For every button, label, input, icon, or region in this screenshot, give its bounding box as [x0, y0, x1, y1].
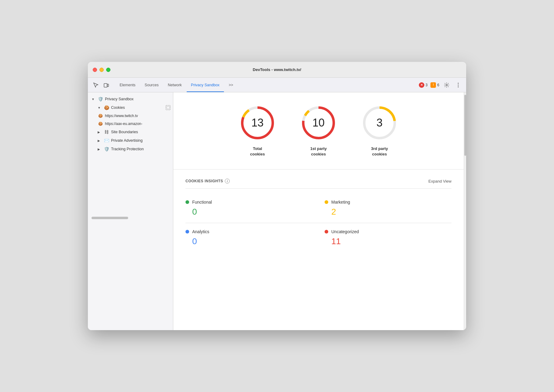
- marketing-value: 2: [325, 207, 451, 217]
- expand-arrow: ▼: [92, 98, 96, 101]
- expand-view-button[interactable]: Expand View: [428, 179, 451, 184]
- sidebar-label-cookies: Cookies: [111, 105, 164, 110]
- sidebar-label-amazon: https://aax-eu.amazon-: [105, 122, 142, 126]
- titlebar: DevTools - www.twitch.tv/: [88, 62, 466, 78]
- svg-point-5: [458, 86, 459, 87]
- warning-badge[interactable]: ! 6: [430, 82, 439, 88]
- functional-value: 0: [185, 207, 306, 217]
- analytics-label: Analytics: [185, 229, 306, 234]
- first-party-label: 1st party cookies: [310, 146, 327, 157]
- traffic-lights: [93, 68, 110, 72]
- device-toggle-icon[interactable]: [102, 81, 110, 89]
- sidebar-label-private-advertising: Private Advertising: [111, 138, 143, 143]
- insights-divider: [185, 188, 451, 189]
- privacy-sandbox-icon: 🛡️: [98, 96, 103, 102]
- error-count: 3: [426, 83, 428, 87]
- toolbar-icons: [92, 81, 110, 89]
- sidebar-item-private-advertising[interactable]: ▶ ✉️ Private Advertising: [88, 136, 173, 145]
- uncategorized-dot: [325, 230, 328, 233]
- window-title: DevTools - www.twitch.tv/: [253, 67, 301, 72]
- sidebar-item-twitch[interactable]: 🍪 https://www.twitch.tv: [88, 112, 173, 120]
- insight-uncategorized: Uncategorized 11: [318, 223, 451, 252]
- sidebar-bottom: [88, 153, 173, 226]
- svg-rect-6: [167, 106, 170, 109]
- toolbar: Elements Sources Network Privacy Sandbox…: [88, 78, 466, 92]
- tracking-protection-icon: 🛡️: [104, 146, 109, 152]
- twitch-cookie-icon: 🍪: [98, 113, 103, 119]
- maximize-button[interactable]: [106, 68, 110, 72]
- analytics-dot: [185, 230, 189, 233]
- total-cookies-value: 13: [251, 116, 264, 129]
- sidebar-item-site-boundaries[interactable]: ▶ ⛓ Site Boundaries: [88, 128, 173, 136]
- uncategorized-label: Uncategorized: [325, 229, 451, 234]
- error-badge[interactable]: ✕ 3: [419, 82, 428, 88]
- cookies-expand-arrow: ▼: [98, 106, 102, 109]
- svg-point-4: [458, 84, 459, 85]
- warning-count: 6: [437, 83, 439, 87]
- main-content: ▼ 🛡️ Privacy Sandbox ▼ 🍪 Cookies 🍪 https…: [88, 92, 466, 330]
- marketing-dot: [325, 200, 328, 204]
- info-icon[interactable]: i: [225, 179, 230, 184]
- stat-total-cookies: 13 Total cookies: [239, 105, 276, 157]
- insight-functional: Functional 0: [185, 194, 318, 223]
- third-party-label: 3rd party cookies: [371, 146, 388, 157]
- sidebar-label-site-boundaries: Site Boundaries: [111, 130, 138, 134]
- functional-label: Functional: [185, 200, 306, 205]
- scrollbar-thumb[interactable]: [92, 217, 128, 219]
- sidebar-item-privacy-sandbox[interactable]: ▼ 🛡️ Privacy Sandbox: [88, 95, 173, 103]
- uncategorized-value: 11: [325, 237, 451, 246]
- settings-button[interactable]: [442, 81, 451, 89]
- svg-point-2: [446, 84, 448, 86]
- sidebar-label-tracking-protection: Tracking Protection: [111, 147, 144, 151]
- close-button[interactable]: [93, 68, 97, 72]
- insights-header: COOKIES INSIGHTS i Expand View: [185, 179, 451, 184]
- amazon-cookie-icon: 🍪: [98, 121, 103, 127]
- right-scrollbar-thumb[interactable]: [464, 95, 466, 156]
- error-icon: ✕: [419, 82, 424, 88]
- private-advertising-icon: ✉️: [104, 138, 109, 143]
- svg-rect-1: [107, 84, 109, 87]
- minimize-button[interactable]: [99, 68, 104, 72]
- total-cookies-ring: 13: [239, 105, 276, 141]
- sidebar-label-privacy-sandbox: Privacy Sandbox: [105, 97, 134, 101]
- private-advertising-arrow: ▶: [98, 139, 102, 142]
- right-scrollbar: [464, 92, 466, 330]
- third-party-value: 3: [376, 116, 383, 129]
- third-party-ring: 3: [361, 105, 398, 141]
- select-element-icon[interactable]: [92, 81, 100, 89]
- tab-privacy-sandbox[interactable]: Privacy Sandbox: [187, 78, 224, 92]
- toolbar-actions: ✕ 3 ! 6: [419, 81, 462, 89]
- insight-marketing: Marketing 2: [318, 194, 451, 223]
- insight-analytics: Analytics 0: [185, 223, 318, 252]
- tab-network[interactable]: Network: [164, 78, 186, 92]
- tab-elements[interactable]: Elements: [115, 78, 140, 92]
- sidebar: ▼ 🛡️ Privacy Sandbox ▼ 🍪 Cookies 🍪 https…: [88, 92, 173, 330]
- right-panel: 13 Total cookies 10: [173, 92, 464, 330]
- first-party-value: 10: [312, 116, 325, 129]
- site-boundaries-arrow: ▶: [98, 130, 102, 134]
- sidebar-item-amazon[interactable]: 🍪 https://aax-eu.amazon-: [88, 120, 173, 128]
- total-cookies-label: Total cookies: [250, 146, 265, 157]
- analytics-value: 0: [185, 237, 306, 246]
- toolbar-tabs: Elements Sources Network Privacy Sandbox…: [115, 78, 237, 92]
- tab-more[interactable]: >>: [225, 78, 238, 92]
- sidebar-label-twitch: https://www.twitch.tv: [105, 114, 138, 118]
- stat-first-party: 10 1st party cookies: [300, 105, 337, 157]
- insights-grid: Functional 0 Marketing 2: [185, 194, 451, 252]
- insights-title: COOKIES INSIGHTS i: [185, 179, 230, 184]
- cookies-select-icon[interactable]: [166, 105, 171, 110]
- tab-sources[interactable]: Sources: [140, 78, 163, 92]
- stat-third-party: 3 3rd party cookies: [361, 105, 398, 157]
- site-boundaries-icon: ⛓: [104, 129, 109, 135]
- svg-rect-0: [104, 84, 107, 87]
- warning-icon: !: [430, 82, 436, 88]
- marketing-label: Marketing: [325, 200, 451, 205]
- sidebar-item-cookies[interactable]: ▼ 🍪 Cookies: [88, 103, 173, 112]
- cookies-icon: 🍪: [104, 105, 109, 110]
- svg-point-3: [458, 83, 459, 84]
- stats-section: 13 Total cookies 10: [173, 92, 464, 169]
- insights-section: COOKIES INSIGHTS i Expand View Functiona…: [173, 169, 464, 262]
- sidebar-item-tracking-protection[interactable]: ▶ 🛡️ Tracking Protection: [88, 145, 173, 153]
- more-options-button[interactable]: [454, 81, 462, 89]
- functional-dot: [185, 200, 189, 204]
